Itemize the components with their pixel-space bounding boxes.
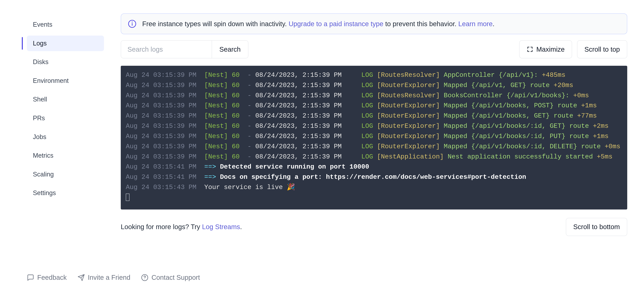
upgrade-link[interactable]: Upgrade to a paid instance type	[289, 20, 384, 28]
log-line: Aug 24 03:15:39 PM [Nest] 60 - 08/24/202…	[126, 70, 622, 80]
search-button[interactable]: Search	[212, 40, 248, 58]
info-icon	[128, 20, 136, 28]
scroll-bottom-label: Scroll to bottom	[573, 223, 620, 231]
sidebar-item-settings[interactable]: Settings	[27, 185, 104, 201]
log-line: Aug 24 03:15:39 PM [Nest] 60 - 08/24/202…	[126, 101, 622, 111]
log-line: Aug 24 03:15:41 PM ==> Docs on specifyin…	[126, 172, 622, 182]
search-input[interactable]	[121, 40, 212, 58]
svg-point-2	[132, 22, 132, 22]
banner-text-before: Free instance types will spin down with …	[142, 20, 289, 28]
log-line: Aug 24 03:15:41 PM ==> Detected service …	[126, 162, 622, 172]
more-text-after: .	[240, 223, 242, 230]
sidebar: Events Logs Disks Environment Shell PRs …	[0, 0, 107, 289]
support-label: Contact Support	[152, 274, 200, 281]
logs-terminal[interactable]: Aug 24 03:15:39 PM [Nest] 60 - 08/24/202…	[121, 66, 627, 210]
log-line: Aug 24 03:15:39 PM [Nest] 60 - 08/24/202…	[126, 90, 622, 101]
invite-label: Invite a Friend	[88, 274, 130, 281]
log-line: Aug 24 03:15:39 PM [Nest] 60 - 08/24/202…	[126, 152, 622, 162]
sidebar-item-jobs[interactable]: Jobs	[27, 129, 104, 145]
log-line: Aug 24 03:15:39 PM [Nest] 60 - 08/24/202…	[126, 111, 622, 121]
sidebar-item-environment[interactable]: Environment	[27, 73, 104, 89]
log-line: Aug 24 03:15:39 PM [Nest] 60 - 08/24/202…	[126, 121, 622, 131]
main: Free instance types will spin down with …	[107, 0, 644, 289]
svg-point-4	[144, 279, 145, 279]
sidebar-item-logs[interactable]: Logs	[27, 36, 104, 51]
sidebar-item-events[interactable]: Events	[27, 17, 104, 32]
footer: Feedback Invite a Friend Contact Support	[27, 274, 200, 281]
maximize-icon	[526, 46, 533, 53]
support-link[interactable]: Contact Support	[141, 274, 200, 281]
log-streams-link[interactable]: Log Streams	[202, 223, 240, 230]
send-icon	[78, 274, 85, 281]
more-text-before: Looking for more logs? Try	[121, 223, 202, 230]
sidebar-item-metrics[interactable]: Metrics	[27, 148, 104, 164]
scroll-top-label: Scroll to top	[584, 46, 620, 53]
banner-text-mid: to prevent this behavior.	[384, 20, 458, 28]
feedback-label: Feedback	[37, 274, 67, 281]
maximize-label: Maximize	[536, 46, 565, 53]
sidebar-item-scaling[interactable]: Scaling	[27, 166, 104, 182]
sidebar-item-disks[interactable]: Disks	[27, 54, 104, 70]
scroll-to-top-button[interactable]: Scroll to top	[577, 40, 627, 58]
log-line: Aug 24 03:15:43 PM Your service is live …	[126, 182, 622, 192]
controls-row: Search Maximize Scroll to top	[121, 40, 627, 58]
learn-more-link[interactable]: Learn more	[458, 20, 493, 28]
log-line: Aug 24 03:15:39 PM [Nest] 60 - 08/24/202…	[126, 131, 622, 142]
help-icon	[141, 274, 148, 281]
log-line: Aug 24 03:15:39 PM [Nest] 60 - 08/24/202…	[126, 80, 622, 90]
log-line: Aug 24 03:15:39 PM [Nest] 60 - 08/24/202…	[126, 142, 622, 152]
info-banner: Free instance types will spin down with …	[121, 14, 627, 34]
scroll-to-bottom-button[interactable]: Scroll to bottom	[566, 218, 627, 236]
feedback-link[interactable]: Feedback	[27, 274, 67, 281]
more-logs-row: Looking for more logs? Try Log Streams. …	[121, 218, 627, 236]
feedback-icon	[27, 274, 34, 281]
maximize-button[interactable]: Maximize	[519, 40, 572, 58]
search-bar: Search	[121, 40, 248, 58]
terminal-cursor	[126, 194, 130, 201]
banner-text-after: .	[492, 20, 494, 28]
invite-link[interactable]: Invite a Friend	[78, 274, 130, 281]
banner-text: Free instance types will spin down with …	[142, 20, 494, 28]
sidebar-item-shell[interactable]: Shell	[27, 92, 104, 107]
sidebar-item-prs[interactable]: PRs	[27, 110, 104, 126]
